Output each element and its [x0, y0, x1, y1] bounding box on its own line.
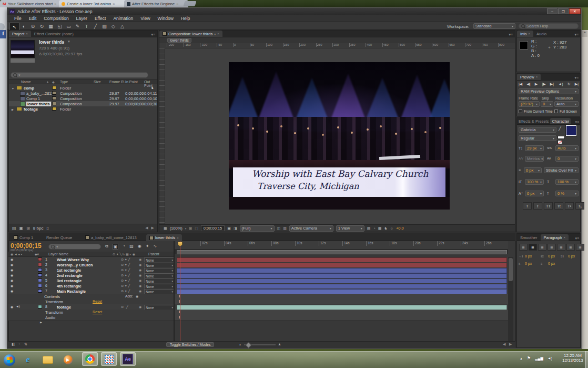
indent-right-value[interactable]: 0 px [568, 254, 575, 258]
timeline-divider[interactable] [174, 241, 175, 341]
panel-menu-icon[interactable]: ▾≡ [575, 236, 580, 241]
brush-tool[interactable]: ╱ [91, 23, 100, 29]
rotation-tool[interactable]: ↻ [37, 23, 46, 29]
help-search[interactable]: Search Help [519, 23, 579, 29]
browser-tab-3[interactable]: After Effects for Beginne × [124, 0, 188, 7]
chrome-taskbar-button[interactable] [82, 352, 98, 366]
playhead-line[interactable] [180, 241, 180, 341]
magnification-select[interactable]: (100%) [170, 226, 183, 231]
reset-link[interactable]: Reset [93, 300, 102, 303]
label-chip[interactable] [38, 289, 42, 293]
comp-ruler-horizontal[interactable]: -200-150-100-500501001502002503003504004… [159, 43, 515, 48]
space-before-value[interactable]: 0 px [548, 254, 555, 258]
parent-pickwhip-icon[interactable]: ◉ [139, 279, 141, 282]
tab-effect-controls[interactable]: Effect Controls: (none) [31, 31, 77, 37]
skip-select[interactable]: 0 [541, 101, 553, 107]
parent-pickwhip-icon[interactable]: ◉ [139, 305, 141, 309]
close-icon[interactable]: × [536, 75, 538, 78]
expander-icon[interactable] [12, 107, 14, 112]
stroke-mode-select[interactable]: Stroke Over Fill [544, 167, 579, 173]
wmp-taskbar-button[interactable]: ▶ [60, 353, 76, 366]
layer-bar[interactable] [177, 289, 507, 294]
camera-tool[interactable]: ▦ [46, 23, 55, 29]
layer-name[interactable]: Main Rectangle [57, 289, 86, 294]
draft-3d-icon[interactable]: ▣ [113, 244, 119, 250]
eye-icon[interactable]: ◉ [11, 279, 13, 282]
timeline-columns-header[interactable]: ◉ ◄ ● ▪ ◆# Layer Name ⊙ ✦ ╲ fx ▦ ◐ ◉ Par… [8, 252, 175, 257]
layer-switches[interactable]: ⊙ ✦ ╱ [121, 289, 130, 293]
tab-character[interactable]: Character [550, 118, 571, 124]
close-button[interactable]: ✕ [569, 8, 581, 14]
add-icon[interactable]: ◉ [136, 294, 138, 298]
no-stroke-swatch[interactable] [557, 140, 562, 144]
space-after-value[interactable]: 0 px [548, 262, 555, 265]
indent-left-value[interactable]: 0 px [525, 254, 532, 258]
project-row-comp[interactable]: Comp 1 Composition 29.97 0;00;00;00 0;00… [9, 96, 157, 101]
label-chip[interactable] [38, 279, 42, 282]
preview-resolution-select[interactable]: Auto [554, 101, 579, 107]
chevron-down-icon[interactable]: ▼ [67, 40, 70, 43]
layer-name[interactable]: 1st rectangle [57, 268, 81, 273]
work-area-track[interactable] [175, 250, 508, 254]
menu-item[interactable]: View [137, 16, 154, 21]
snapshot-icon[interactable]: ▣ [227, 226, 231, 231]
menu-item[interactable]: Animation [109, 16, 137, 21]
close-icon[interactable]: × [177, 236, 179, 240]
comp-mini-flowchart-icon[interactable]: ⧉ [105, 244, 108, 250]
first-line-indent-value[interactable]: 0 px [525, 262, 532, 265]
panel-menu-icon[interactable]: ▾≡ [509, 33, 515, 37]
zoom-in-mountain-icon[interactable]: ▲ [278, 342, 281, 346]
trash-icon[interactable]: ▯ [46, 226, 48, 231]
frame-blending-icon[interactable]: ▨ [129, 244, 134, 250]
workspace-select[interactable]: Standard [473, 23, 515, 29]
show-desktop-button[interactable] [585, 351, 588, 368]
zoom-tool[interactable]: ⊙ [28, 23, 37, 29]
restore-button[interactable]: ❐ [558, 8, 569, 14]
media-taskbar-button[interactable] [40, 353, 56, 366]
panel-menu-icon[interactable]: ▾≡ [575, 120, 580, 124]
audio-icon[interactable]: ◄) [558, 82, 563, 86]
tray-up-icon[interactable]: ▲ [520, 357, 523, 360]
label-chip[interactable] [52, 96, 56, 100]
expand-layer-switches-icon[interactable]: ◧ [12, 342, 15, 346]
parent-pickwhip-icon[interactable]: ◉ [139, 257, 141, 261]
loop-icon[interactable]: ↻ [567, 82, 571, 86]
view-layout-select[interactable]: 1 View [336, 225, 364, 232]
clone-stamp-tool[interactable]: ▨ [100, 23, 109, 29]
label-chip[interactable] [52, 102, 56, 105]
audio-row[interactable]: Audio [8, 315, 174, 321]
first-frame-icon[interactable]: |◀ [519, 82, 522, 86]
timeline-scrollbar[interactable] [508, 257, 513, 341]
tab-paragraph[interactable]: Paragraph× [541, 234, 569, 241]
pan-behind-tool[interactable]: ◱ [55, 23, 64, 29]
grid-app-taskbar-button[interactable] [101, 352, 117, 366]
exposure-icon[interactable]: ☼ [390, 226, 393, 230]
layer-switches[interactable]: ⊙ ✦ ╱ [121, 284, 130, 287]
motion-blur-icon[interactable]: ◉ [138, 244, 141, 250]
stroke-color-swatch[interactable] [557, 136, 565, 139]
bpc-button[interactable]: 8 bpc [33, 226, 44, 231]
eyedropper-icon[interactable]: ╱ [559, 126, 561, 131]
tab-smoother[interactable]: Smoother [517, 234, 541, 241]
eye-icon[interactable]: ◉ [11, 273, 13, 277]
layer-bar[interactable] [177, 257, 507, 263]
label-chip[interactable] [38, 257, 42, 261]
close-icon[interactable]: × [564, 236, 566, 239]
title-bar[interactable]: Ae Adobe After Effects - Lesson One.aep [7, 8, 581, 15]
minimize-button[interactable]: – [547, 8, 557, 14]
project-thumbnail[interactable] [11, 40, 35, 58]
eye-icon[interactable]: ◉ [11, 284, 13, 287]
flowchart-icon[interactable]: ♞ [151, 86, 154, 89]
tracking-select[interactable]: 0 [555, 156, 579, 162]
eye-icon[interactable]: ◉ [11, 289, 13, 293]
video-frame[interactable]: Worship with East Bay Calvary Church Tra… [229, 62, 450, 210]
panel-menu-icon[interactable]: ▾≡ [574, 33, 580, 37]
comp-timecode[interactable]: 0;00;00;15 [201, 225, 225, 231]
graph-editor-icon[interactable]: ∿ [153, 244, 157, 250]
timeline-zoom-slider[interactable] [244, 344, 276, 345]
layer-bar[interactable] [177, 279, 507, 284]
layer-bar[interactable] [177, 273, 507, 279]
justify-last-left-icon[interactable]: ≣ [548, 244, 556, 251]
project-row-comp[interactable]: a_baby_...2813 Composition 29.97 0;00;00… [9, 91, 157, 96]
hide-shy-layers-icon[interactable]: ◔ [123, 244, 125, 250]
